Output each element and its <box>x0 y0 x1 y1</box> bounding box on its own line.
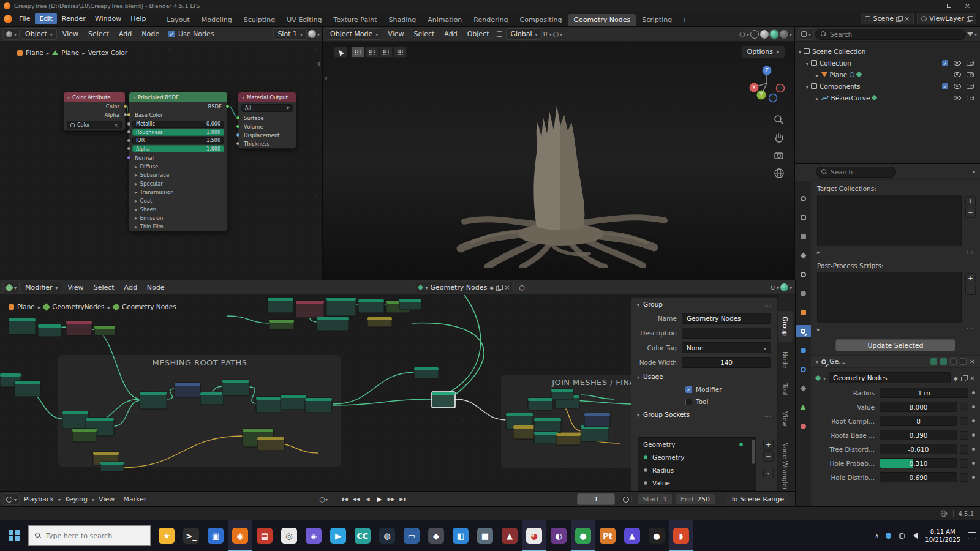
transform-pivot-icon[interactable] <box>497 31 502 37</box>
shading-solid-icon[interactable] <box>760 30 769 39</box>
properties-options-caret[interactable] <box>973 168 975 176</box>
alpha-input-socket[interactable] <box>127 146 131 151</box>
principled-section-thin-film[interactable]: Thin Film <box>129 222 227 231</box>
select-mode-extra-button[interactable] <box>393 47 407 58</box>
play-reverse-button[interactable]: ◀ <box>362 494 374 504</box>
properties-tab-particles[interactable] <box>795 344 811 356</box>
workspace-tab-rendering[interactable]: Rendering <box>468 14 513 26</box>
hole-probability-field[interactable]: 0.310 <box>880 458 957 468</box>
ior-socket[interactable] <box>127 138 131 143</box>
principled-header[interactable]: Principled BSDF <box>129 92 227 102</box>
metallic-socket[interactable] <box>127 122 131 126</box>
workspace-tab-texture-paint[interactable]: Texture Paint <box>328 14 383 26</box>
timeline-menu-keying[interactable]: Keying <box>61 493 92 505</box>
root-complexity-field[interactable]: 8 <box>880 416 957 426</box>
alpha-output-socket-row[interactable]: Alpha <box>64 111 125 119</box>
workspace-tab-compositing[interactable]: Compositing <box>514 14 568 26</box>
gizmo-x-neg-axis[interactable] <box>777 84 785 92</box>
copy-node-group-icon[interactable] <box>961 375 967 381</box>
render-camera-icon[interactable] <box>967 72 974 77</box>
properties-tab-tool[interactable] <box>795 192 811 204</box>
auto-keying-caret[interactable] <box>325 495 328 503</box>
hide-eye-icon[interactable] <box>954 72 961 77</box>
node-frame-meshing-root-paths[interactable]: MESHING ROOT PATHS <box>58 355 341 467</box>
network-icon[interactable] <box>898 532 906 540</box>
taskbar-app-icon[interactable]: ◍ <box>375 520 399 551</box>
keyframe-dot-icon[interactable] <box>972 462 975 465</box>
bsdf-output-row[interactable]: BSDF <box>129 102 227 111</box>
zoom-icon[interactable] <box>773 114 785 126</box>
geo-menu-view[interactable]: View <box>64 282 88 293</box>
collapsed-panel-row[interactable] <box>811 323 980 334</box>
roughness-slider[interactable]: Roughness1.000 <box>132 129 224 136</box>
remove-script-button[interactable] <box>965 285 976 295</box>
jump-to-end-button[interactable]: ▶▮ <box>397 494 409 504</box>
taskbar-app-icon[interactable]: ▲ <box>497 520 522 551</box>
roughness-socket[interactable] <box>127 130 131 134</box>
properties-tab-material[interactable] <box>795 420 811 432</box>
roots-base-field[interactable]: 0.390 <box>880 430 957 440</box>
microphone-icon[interactable] <box>886 533 891 539</box>
group-name-field[interactable] <box>682 313 771 324</box>
minimize-button[interactable] <box>921 0 940 11</box>
outliner-search-input[interactable] <box>830 31 960 38</box>
update-selected-button[interactable]: Update Selected <box>835 339 956 351</box>
target-collections-list[interactable] <box>817 195 962 246</box>
hide-eye-icon[interactable] <box>954 96 961 100</box>
geo-editor-canvas[interactable]: MESHING ROOT PATHS JOIN MESHES / FINA Pl… <box>0 295 795 492</box>
normal-socket[interactable] <box>127 156 131 160</box>
properties-tab-physics[interactable] <box>795 363 811 375</box>
volume-socket[interactable] <box>236 124 240 129</box>
new-scene-icon[interactable] <box>896 16 902 21</box>
sidebar-tab-node[interactable]: Node <box>778 346 793 373</box>
keyframe-dot-icon[interactable] <box>972 405 975 408</box>
pan-hand-icon[interactable] <box>773 132 785 144</box>
keyframe-dot-icon[interactable] <box>972 433 975 437</box>
scene-selector[interactable]: Scene <box>861 13 914 24</box>
timeline-menu-marker[interactable]: Marker <box>119 493 151 505</box>
group-name-input[interactable] <box>687 315 766 322</box>
copy-group-icon[interactable] <box>496 285 502 290</box>
post-process-list[interactable] <box>817 272 962 323</box>
node-group-selector[interactable]: Geometry Nodes <box>414 282 514 293</box>
menu-render[interactable]: Render <box>58 13 90 24</box>
workspace-tab-scripting[interactable]: Scripting <box>636 14 677 26</box>
volume-icon[interactable] <box>913 533 918 539</box>
node-color-attribute[interactable]: Color Attribute Color Alpha Color <box>63 92 126 131</box>
shader-menu-node[interactable]: Node <box>137 28 164 40</box>
group-sockets-list[interactable]: Geometry Geometry Radius Value <box>638 437 756 491</box>
remove-collection-button[interactable] <box>965 208 976 218</box>
input-attribute-toggle[interactable] <box>960 403 968 411</box>
viewport-menu-view[interactable]: View <box>383 28 408 40</box>
geo-snap-caret[interactable] <box>777 283 779 291</box>
new-viewlayer-icon[interactable] <box>967 16 972 21</box>
taskbar-search[interactable] <box>28 525 151 546</box>
prev-keyframe-button[interactable]: ◀◀ <box>350 494 362 504</box>
properties-tab-render[interactable] <box>795 211 811 223</box>
outliner-row-beziercurve[interactable]: BézierCurve <box>795 92 980 103</box>
hole-distribution-field[interactable]: 0.690 <box>880 472 957 482</box>
remove-socket-button[interactable] <box>763 451 774 462</box>
principled-section-diffuse[interactable]: Diffuse <box>129 162 227 171</box>
orientation-dropdown[interactable]: Global <box>506 28 541 40</box>
taskbar-app-icon[interactable]: Pt <box>595 520 620 551</box>
editor-type-shader-button[interactable] <box>3 28 20 40</box>
add-collection-button[interactable] <box>965 196 976 206</box>
tool-usage-checkbox[interactable] <box>685 399 692 405</box>
principled-section-specular[interactable]: Specular <box>129 179 227 188</box>
filter-icon[interactable] <box>967 32 973 36</box>
modifier-render-toggle[interactable] <box>950 358 957 365</box>
camera-view-icon[interactable] <box>773 149 785 162</box>
select-circle-button[interactable] <box>365 47 379 58</box>
taskbar-app-icon[interactable]: CC <box>350 520 375 551</box>
color-attribute-header[interactable]: Color Attribute <box>64 92 125 102</box>
viewport-menu-select[interactable]: Select <box>409 28 439 40</box>
keyframe-dot-icon[interactable] <box>972 419 975 422</box>
sidebar-tab-tool[interactable]: Tool <box>778 378 793 401</box>
clear-attribute-icon[interactable] <box>114 122 118 128</box>
timeline-menu-playback[interactable]: Playback <box>20 493 58 505</box>
thickness-socket[interactable] <box>236 141 240 146</box>
properties-tab-world[interactable] <box>795 287 811 299</box>
socket-row-radius[interactable]: Radius <box>638 463 756 476</box>
overlay-toggle-icon[interactable] <box>780 283 788 291</box>
